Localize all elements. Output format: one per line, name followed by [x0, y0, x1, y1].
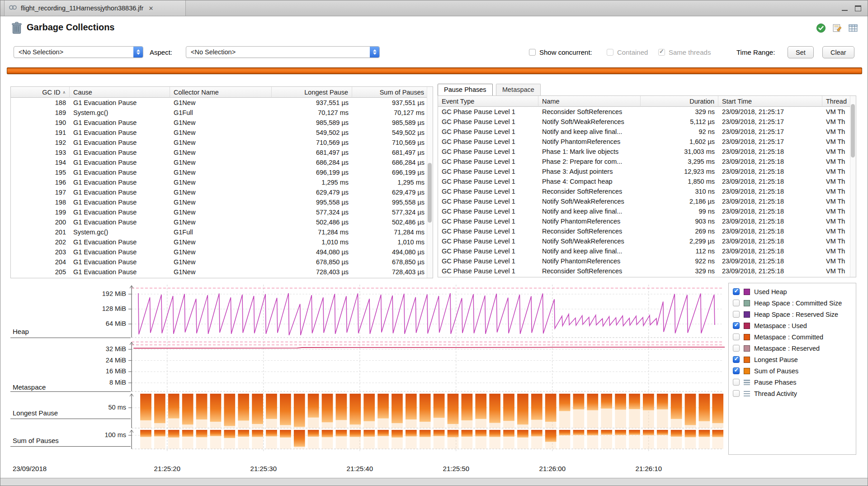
legend-item-metaspace-reserved[interactable]: Metaspace : Reserved: [729, 343, 856, 354]
column-header-thread[interactable]: Thread: [822, 96, 851, 107]
legend-checkbox[interactable]: [733, 288, 740, 295]
legend-item-heap-space-reserved-size[interactable]: Heap Space : Reserved Size: [729, 309, 856, 320]
column-header-start-time[interactable]: Start Time: [718, 96, 822, 107]
legend-label: Heap Space : Reserved Size: [754, 311, 838, 318]
column-header-sum-of-pauses[interactable]: Sum of Pauses: [352, 87, 428, 98]
rows-icon: [744, 380, 750, 385]
gc-table-row[interactable]: 199G1 Evacuation PauseG1New577,324 µs577…: [11, 207, 428, 217]
pause-phase-row[interactable]: GC Phase Pause Level 1Notify Soft/WeakRe…: [438, 117, 851, 127]
column-header-cause[interactable]: Cause: [70, 87, 170, 98]
gc-table-row[interactable]: 189System.gc()G1Full70,127 ms70,127 ms: [11, 108, 428, 118]
gc-table-row[interactable]: 201System.gc()G1Full71,284 ms71,284 ms: [11, 227, 428, 237]
pause-phase-row[interactable]: GC Phase Pause Level 1Notify Soft/WeakRe…: [438, 196, 851, 206]
gc-table-row[interactable]: 192G1 Evacuation PauseG1New710,569 µs710…: [11, 138, 428, 148]
column-header-name[interactable]: Name: [538, 96, 641, 107]
scrollbar-thumb[interactable]: [428, 163, 432, 223]
show-concurrent-checkbox[interactable]: [529, 49, 536, 56]
pause-phase-row[interactable]: GC Phase Pause Level 1Phase 4: Compact h…: [438, 176, 851, 186]
cell: Notify and keep alive final...: [538, 127, 641, 137]
pause-phase-row[interactable]: GC Phase Pause Level 1Notify and keep al…: [438, 246, 851, 256]
longest-pause-bar: [182, 394, 193, 424]
table-view-icon[interactable]: [849, 24, 858, 34]
pause-phase-row[interactable]: GC Phase Pause Level 1Notify PhantomRefe…: [438, 256, 851, 266]
edit-page-icon[interactable]: [833, 24, 842, 34]
gc-table-row[interactable]: 203G1 Evacuation PauseG1New494,080 µs494…: [11, 247, 428, 257]
legend-checkbox[interactable]: [733, 322, 740, 329]
series-color-swatch: [744, 300, 750, 306]
dropdown-stepper-icon[interactable]: [370, 47, 379, 57]
cell: 728,403 µs: [272, 267, 352, 277]
column-header-collector-name[interactable]: Collector Name: [170, 87, 272, 98]
gc-table-scrollbar[interactable]: [427, 87, 433, 278]
legend-item-sum-of-pauses[interactable]: Sum of Pauses: [729, 365, 856, 376]
longest-pause-bar: [196, 394, 208, 419]
legend-checkbox[interactable]: [733, 300, 740, 306]
gc-chart-plot[interactable]: [131, 283, 724, 459]
pause-phase-row[interactable]: GC Phase Pause Level 1Phase 1: Mark live…: [438, 147, 851, 157]
legend-item-metaspace-committed[interactable]: Metaspace : Committed: [729, 331, 856, 343]
column-header-event-type[interactable]: Event Type: [438, 96, 538, 107]
gc-table-row[interactable]: 204G1 Evacuation PauseG1New678,850 µs678…: [11, 257, 428, 267]
aspect-dropdown[interactable]: <No Selection>: [186, 46, 380, 58]
maximize-icon[interactable]: [855, 5, 861, 11]
result-ok-icon[interactable]: [816, 23, 826, 35]
gc-table-row[interactable]: 191G1 Evacuation PauseG1New549,502 µs549…: [11, 128, 428, 138]
pause-phase-row[interactable]: GC Phase Pause Level 1Notify and keep al…: [438, 206, 851, 216]
gc-table-row[interactable]: 200G1 Evacuation PauseG1New502,486 µs502…: [11, 217, 428, 227]
time-axis-label: 21:25:50: [436, 465, 476, 472]
legend-checkbox[interactable]: [733, 379, 740, 386]
legend-item-longest-pause[interactable]: Longest Pause: [729, 354, 856, 365]
cell: GC Phase Pause Level 1: [438, 176, 538, 186]
pause-phase-row[interactable]: GC Phase Pause Level 1Reconsider SoftRef…: [438, 186, 851, 196]
column-header-gc-id[interactable]: GC ID∧: [11, 87, 70, 98]
legend-item-thread-activity[interactable]: Thread Activity: [729, 388, 856, 399]
gc-table-row[interactable]: 194G1 Evacuation PauseG1New686,284 µs686…: [11, 157, 428, 167]
legend-checkbox[interactable]: [733, 311, 740, 318]
legend-label: Heap Space : Committed Size: [754, 300, 842, 307]
set-button[interactable]: Set: [788, 46, 814, 58]
gc-table-row[interactable]: 198G1 Evacuation PauseG1New995,558 µs995…: [11, 197, 428, 207]
pause-phase-row[interactable]: GC Phase Pause Level 1Notify PhantomRefe…: [438, 216, 851, 226]
legend-checkbox[interactable]: [733, 334, 740, 340]
dropdown-stepper-icon[interactable]: [133, 47, 143, 57]
legend-item-metaspace-used[interactable]: Metaspace : Used: [729, 320, 856, 331]
legend-checkbox[interactable]: [733, 367, 740, 374]
pause-phase-row[interactable]: GC Phase Pause Level 1Reconsider SoftRef…: [438, 107, 851, 117]
recording-tab[interactable]: flight_recording_11Harnessjython38836.jf…: [4, 0, 186, 16]
legend-checkbox[interactable]: [733, 356, 740, 363]
legend-item-heap-space-committed-size[interactable]: Heap Space : Committed Size: [729, 297, 856, 309]
gc-table-row[interactable]: 190G1 Evacuation PauseG1New985,589 µs985…: [11, 118, 428, 128]
pause-phase-row[interactable]: GC Phase Pause Level 1Phase 3: Adjust po…: [438, 167, 851, 176]
gc-table-row[interactable]: 193G1 Evacuation PauseG1New681,497 µs681…: [11, 148, 428, 157]
pause-phase-row[interactable]: GC Phase Pause Level 1Phase 2: Prepare f…: [438, 157, 851, 167]
column-header-duration[interactable]: Duration: [641, 96, 718, 107]
pause-phase-row[interactable]: GC Phase Pause Level 1Notify Soft/WeakRe…: [438, 236, 851, 246]
selection-dropdown[interactable]: <No Selection>: [14, 46, 143, 58]
gc-table-row[interactable]: 195G1 Evacuation PauseG1New696,199 µs696…: [11, 167, 428, 177]
pause-phase-row[interactable]: GC Phase Pause Level 1Notify and keep al…: [438, 127, 851, 137]
tab-pause-phases[interactable]: Pause Phases: [438, 84, 493, 95]
cell: 23/09/2018, 21:25:18: [718, 167, 822, 176]
gc-table-row[interactable]: 188G1 Evacuation PauseG1New937,551 µs937…: [11, 98, 428, 108]
legend-checkbox[interactable]: [733, 345, 740, 352]
tab-close-icon[interactable]: ✕: [148, 5, 153, 12]
gc-table-row[interactable]: 205G1 Evacuation PauseG1New728,403 µs728…: [11, 267, 428, 277]
gc-table-row[interactable]: 196G1 Evacuation PauseG1New1,295 ms1,295…: [11, 177, 428, 187]
legend-item-used-heap[interactable]: Used Heap: [729, 286, 856, 297]
pause-phase-row[interactable]: GC Phase Pause Level 1Notify PhantomRefe…: [438, 137, 851, 147]
column-header-longest-pause[interactable]: Longest Pause: [272, 87, 352, 98]
phases-table-scrollbar[interactable]: [850, 96, 856, 277]
gc-table-row[interactable]: 197G1 Evacuation PauseG1New629,479 µs629…: [11, 187, 428, 197]
tab-metaspace[interactable]: Metaspace: [496, 84, 541, 95]
series-color-swatch: [744, 357, 750, 363]
minimize-icon[interactable]: [842, 10, 848, 11]
pause-phase-row[interactable]: GC Phase Pause Level 1Reconsider SoftRef…: [438, 226, 851, 236]
filter-toolbar: <No Selection> Aspect: <No Selection> Sh…: [0, 45, 868, 61]
legend-checkbox[interactable]: [733, 390, 740, 397]
pause-phase-row[interactable]: GC Phase Pause Level 1Reconsider SoftRef…: [438, 266, 851, 276]
clear-button[interactable]: Clear: [822, 46, 854, 58]
scrollbar-thumb[interactable]: [851, 104, 855, 157]
time-range-navigator[interactable]: [7, 67, 862, 74]
gc-table-row[interactable]: 202G1 Evacuation PauseG1New1,010 ms1,010…: [11, 237, 428, 247]
legend-item-pause-phases[interactable]: Pause Phases: [729, 376, 856, 388]
